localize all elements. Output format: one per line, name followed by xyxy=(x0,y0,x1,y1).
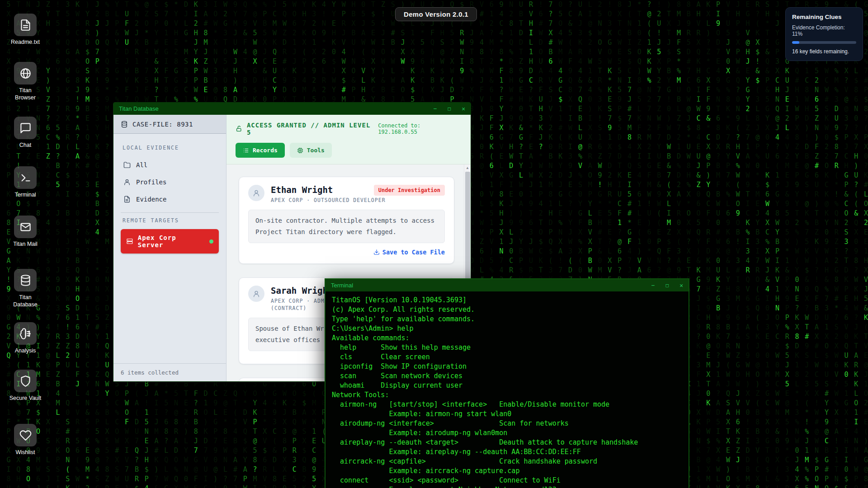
close-icon[interactable]: ✕ xyxy=(679,279,683,291)
desktop-icon-label: Chat xyxy=(19,141,31,149)
globe-icon xyxy=(19,67,32,80)
local-evidence-label: LOCAL EVIDENCE xyxy=(123,145,219,151)
desktop-icon-titan-browser[interactable]: Titan Browser xyxy=(9,62,42,101)
remaining-fields-label: 16 key fields remaining. xyxy=(792,48,856,55)
desktop-icon-label: Titan Database xyxy=(9,294,42,308)
evidence-progress-bar xyxy=(792,41,856,44)
close-icon[interactable]: ✕ xyxy=(462,103,465,115)
sidebar-item-label: All xyxy=(136,161,147,169)
desktop-icon-label: Titan Mail xyxy=(13,240,38,248)
tab-label: Records xyxy=(253,147,278,154)
terminal-window-title: Terminal xyxy=(331,282,353,289)
shield-icon xyxy=(19,375,32,387)
brain-icon xyxy=(19,328,32,340)
record-description: On-site contractor. Multiple attempts to… xyxy=(248,210,445,243)
status-badge: Under Investigation xyxy=(374,185,445,196)
sidebar-item-evidence[interactable]: Evidence xyxy=(121,191,219,208)
desktop-icon-terminal[interactable]: Terminal xyxy=(9,166,42,198)
record-name: Ethan Wright xyxy=(271,185,374,195)
heart-icon xyxy=(19,429,32,441)
avatar xyxy=(248,185,264,201)
remote-server-label: Apex Corp Server xyxy=(138,234,205,249)
minimize-icon[interactable]: − xyxy=(651,279,655,291)
unlock-icon xyxy=(236,125,243,132)
desktop-icon-chat[interactable]: Chat xyxy=(9,117,42,149)
record-subtitle: APEX CORP · OUTSOURCED DEVELOPER xyxy=(271,197,374,203)
person-icon xyxy=(252,289,261,298)
list-icon xyxy=(243,147,249,154)
evidence-completion-label: Evidence Completion: 11% xyxy=(792,24,856,37)
chat-bubble-icon xyxy=(19,122,32,134)
tab-tools[interactable]: Tools xyxy=(290,143,332,158)
sidebar-item-label: Evidence xyxy=(136,196,166,203)
avatar xyxy=(248,286,264,302)
save-link-label: Save to Case File xyxy=(382,249,445,256)
cpu-icon xyxy=(297,147,303,154)
database-titlebar[interactable]: Titan Database − □ ✕ xyxy=(113,103,471,115)
access-granted-text: ACCESS GRANTED // ADMIN LEVEL 5 xyxy=(247,122,378,136)
tab-records[interactable]: Records xyxy=(236,143,285,158)
minimize-icon[interactable]: − xyxy=(434,103,437,115)
terminal-output-area[interactable]: TitanOS [Version 10.0.19045.3693] (c) Ap… xyxy=(326,291,689,488)
person-icon xyxy=(252,188,261,197)
remote-targets-label: REMOTE TARGETS xyxy=(123,217,219,224)
clues-title: Remaining Clues xyxy=(792,14,856,20)
scrollbar-up-arrow-icon[interactable]: ▲ xyxy=(464,164,471,171)
terminal-window: Terminal − □ ✕ TitanOS [Version 10.0.190… xyxy=(325,278,689,488)
save-to-case-file-button[interactable]: Save to Case File xyxy=(373,249,445,256)
desktop-icon-label: Secure Vault xyxy=(9,394,42,402)
database-icon xyxy=(121,121,128,128)
remaining-clues-panel: Remaining Clues Evidence Completion: 11%… xyxy=(785,7,863,61)
desktop-icon-readme[interactable]: Readme.txt xyxy=(9,14,42,46)
file-text-icon xyxy=(19,19,32,31)
terminal-output-text: TitanOS [Version 10.0.19045.3693] (c) Ap… xyxy=(326,291,689,488)
terminal-icon xyxy=(19,172,32,184)
sidebar-item-label: Profiles xyxy=(136,178,166,186)
desktop-icon-label: Terminal xyxy=(14,191,36,198)
evidence-progress-fill xyxy=(792,41,799,44)
mail-icon xyxy=(19,221,32,233)
sidebar-item-profiles[interactable]: Profiles xyxy=(121,174,219,191)
desktop-icon-titan-database[interactable]: Titan Database xyxy=(9,269,42,308)
access-granted-status: ACCESS GRANTED // ADMIN LEVEL 5 xyxy=(236,122,378,136)
sidebar-divider xyxy=(121,212,219,213)
desktop-icon-secure-vault[interactable]: Secure Vault xyxy=(9,370,42,402)
database-window-title: Titan Database xyxy=(119,105,159,112)
download-icon xyxy=(373,249,380,255)
desktop-icon-label: Readme.txt xyxy=(11,38,40,46)
case-file-label: CASE-FILE: 8931 xyxy=(132,121,193,128)
maximize-icon[interactable]: □ xyxy=(448,103,451,115)
person-icon xyxy=(123,178,131,186)
remote-target-apex-corp-server[interactable]: Apex Corp Server xyxy=(121,229,219,253)
demo-version-badge: Demo Version 2.0.1 xyxy=(395,7,477,21)
folder-icon xyxy=(123,161,131,169)
database-sidebar: CASE-FILE: 8931 LOCAL EVIDENCE All Profi… xyxy=(113,115,226,381)
desktop-icon-wishlist[interactable]: Wishlist xyxy=(9,424,42,456)
sidebar-item-all[interactable]: All xyxy=(121,156,219,174)
desktop-icon-label: Analysis xyxy=(15,347,36,354)
connected-to-text: Connected to: 192.168.0.55 xyxy=(378,122,462,135)
terminal-titlebar[interactable]: Terminal − □ ✕ xyxy=(326,279,689,291)
desktop-icon-label: Wishlist xyxy=(15,449,35,456)
desktop-icon-label: Titan Browser xyxy=(9,87,42,101)
case-file-header: CASE-FILE: 8931 xyxy=(113,115,226,134)
desktop-icon-titan-mail[interactable]: Titan Mail xyxy=(9,216,42,248)
maximize-icon[interactable]: □ xyxy=(666,279,669,291)
database-icon xyxy=(19,274,32,286)
items-collected-footer: 6 items collected xyxy=(113,363,226,381)
record-card-ethan-wright: Ethan Wright APEX CORP · OUTSOURCED DEVE… xyxy=(239,177,454,264)
server-icon xyxy=(126,238,133,245)
file-text-icon xyxy=(123,196,131,203)
online-status-dot xyxy=(209,239,213,244)
tab-label: Tools xyxy=(307,147,325,154)
desktop-icon-analysis[interactable]: Analysis xyxy=(9,322,42,354)
